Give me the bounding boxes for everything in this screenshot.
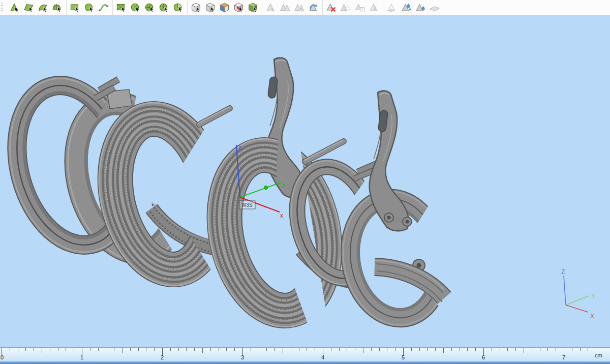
half-triangle-button[interactable]	[368, 1, 381, 14]
select-radial-button[interactable]	[143, 1, 157, 14]
ruler-tick-label: 1	[80, 354, 83, 360]
ruler-tick	[58, 348, 58, 351]
ruler-tick-label: 6	[482, 354, 485, 360]
ruler-tick	[194, 348, 195, 351]
origin-axis-y-label: y	[282, 181, 285, 188]
ruler-tick	[154, 348, 155, 351]
select-plane-button[interactable]	[22, 1, 36, 14]
smooth-triangle-icon	[415, 2, 426, 13]
ruler-tick	[371, 348, 372, 351]
ruler-tick	[186, 348, 187, 351]
ruler-tick	[219, 348, 219, 351]
smooth-triangles-icon	[401, 2, 412, 13]
ruler-tick	[556, 348, 556, 351]
ruler-tick	[315, 348, 315, 351]
delete-triangle-button[interactable]	[325, 1, 338, 14]
ruler-tick	[419, 348, 420, 351]
select-box-through-button[interactable]	[115, 1, 128, 14]
nav-axis-y-label: Y	[591, 293, 595, 300]
ruler-tick	[146, 348, 146, 351]
ruler-tick	[339, 348, 340, 351]
select-disc-icon	[130, 2, 141, 13]
ruler-tick	[106, 348, 106, 351]
select-shell-button[interactable]	[51, 1, 64, 14]
split-triangles-button[interactable]	[279, 1, 292, 14]
smooth-triangle-button[interactable]	[414, 1, 427, 14]
select-triangle-button[interactable]	[8, 1, 21, 14]
part-arc-segment[interactable]	[375, 259, 444, 302]
view-colored-cube-button[interactable]	[218, 1, 231, 14]
view-colored-cube-icon	[219, 2, 230, 13]
ruler-tick	[588, 348, 588, 351]
paste-triangles-button[interactable]	[353, 1, 367, 14]
edit-triangle-button[interactable]	[264, 1, 278, 14]
copy-triangles-button[interactable]	[339, 1, 352, 14]
3d-viewport[interactable]: z y x W3S Z Y X	[0, 15, 610, 347]
select-sector-button[interactable]	[158, 1, 171, 14]
ruler-tick	[547, 348, 548, 351]
ruler-tick	[500, 348, 500, 351]
triangle-vertex-button[interactable]	[385, 1, 399, 14]
ruler-tick	[10, 348, 10, 351]
ruler-tick	[234, 348, 235, 351]
toolbar-group	[6, 0, 66, 15]
ruler-unit-label: cm	[595, 352, 602, 358]
ruler-tick	[274, 348, 275, 351]
ruler-tick	[202, 348, 203, 353]
ruler-tick	[363, 348, 363, 353]
ruler-tick	[130, 348, 131, 351]
ruler-tick	[395, 348, 395, 351]
toolbar-groups	[6, 0, 443, 15]
ruler-tick	[98, 348, 99, 351]
select-circle-button[interactable]	[83, 1, 96, 14]
recalculate-triangles-button[interactable]	[307, 1, 320, 14]
ruler-tick	[524, 348, 524, 353]
flatten-triangle-icon	[429, 2, 440, 13]
select-cube-button[interactable]	[190, 1, 203, 14]
toolbar-grip-handle[interactable]	[2, 3, 4, 13]
toolbar-group	[66, 0, 112, 15]
select-freeform-button[interactable]	[97, 1, 110, 14]
select-quadrant-button[interactable]	[172, 1, 185, 14]
ruler-tick	[379, 348, 380, 351]
select-shell-icon	[52, 2, 63, 13]
part-rod[interactable]	[304, 140, 344, 162]
cube-marked-button[interactable]	[232, 1, 246, 14]
ruler-tick	[50, 348, 50, 351]
select-curved-surface-button[interactable]	[37, 1, 50, 14]
ruler-tick	[74, 348, 74, 351]
part-clasp-arm-2[interactable]	[370, 91, 412, 231]
select-plane-icon	[23, 2, 35, 13]
ruler-tick	[291, 348, 291, 351]
ruler-tick	[114, 348, 114, 351]
flatten-triangle-button[interactable]	[428, 1, 441, 14]
ruler-tick	[34, 348, 34, 351]
split-triangles-icon	[280, 2, 291, 13]
select-triangle-icon	[9, 2, 20, 13]
toolbar-group	[322, 0, 383, 15]
ruler-tick	[210, 348, 211, 351]
ruler-tick	[170, 348, 171, 351]
split-triangles-select-button[interactable]	[293, 1, 306, 14]
3d-scene: z y x W3S Z Y X	[0, 15, 610, 347]
toolbar	[0, 0, 610, 16]
select-disc-button[interactable]	[129, 1, 142, 14]
ruler-tick	[467, 348, 468, 351]
select-cube-back-button[interactable]	[204, 1, 217, 14]
select-solid-cube-button[interactable]	[247, 1, 260, 14]
copy-triangles-icon	[340, 2, 351, 13]
toolbar-group	[112, 0, 187, 15]
ruler-tick	[90, 348, 90, 351]
ruler-tick	[178, 348, 179, 351]
ruler-tick	[347, 348, 347, 351]
part-ring-decorated-2[interactable]	[192, 127, 357, 340]
ruler-tick	[492, 348, 492, 351]
ruler-tick-label: 4	[321, 354, 324, 360]
select-box-button[interactable]	[69, 1, 82, 14]
nav-axis-z-label: Z	[561, 268, 565, 276]
select-quadrant-icon	[173, 2, 184, 13]
select-box-icon	[70, 2, 81, 13]
smooth-triangles-button[interactable]	[400, 1, 413, 14]
select-cube-back-icon	[205, 2, 216, 13]
ruler-tick	[580, 348, 581, 351]
